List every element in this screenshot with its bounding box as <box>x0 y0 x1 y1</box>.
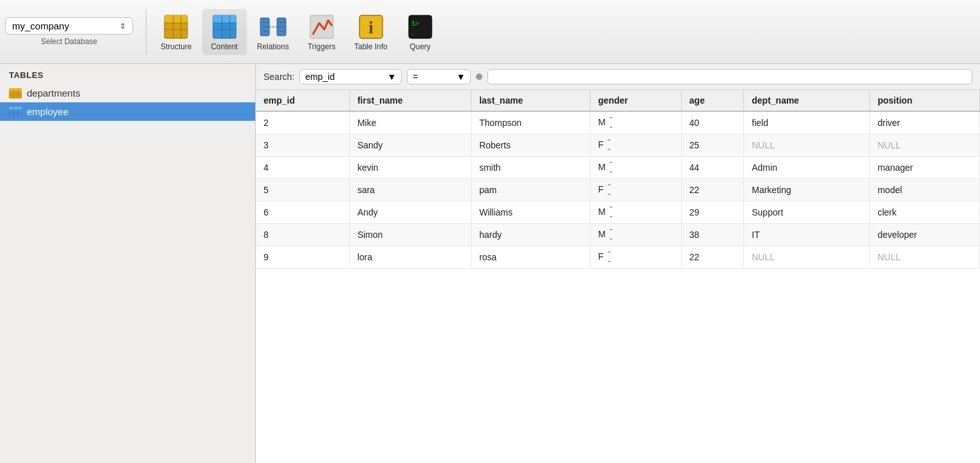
cell-gender[interactable]: F⌃⌄ <box>590 246 682 269</box>
sort-arrows: ⌃⌄ <box>606 184 612 196</box>
cell-first_name[interactable]: kevin <box>349 157 471 179</box>
toolbar-btn-structure[interactable]: Structure <box>153 9 200 55</box>
cell-emp_id[interactable]: 4 <box>256 157 349 179</box>
cell-dept_name[interactable]: NULL <box>744 134 870 157</box>
cell-age[interactable]: 29 <box>681 201 744 224</box>
table-container: emp_id first_name last_name gender age d… <box>256 90 980 463</box>
svg-rect-7 <box>213 15 236 23</box>
svg-text:_: _ <box>411 29 415 35</box>
cell-position[interactable]: driver <box>869 111 979 134</box>
sort-arrows: ⌃⌄ <box>608 161 613 174</box>
structure-icon <box>162 13 190 41</box>
cell-first_name[interactable]: sara <box>349 179 471 201</box>
table-row[interactable]: 8SimonhardyM⌃⌄38ITdeveloper <box>256 224 980 246</box>
cell-age[interactable]: 44 <box>681 157 744 179</box>
cell-emp_id[interactable]: 3 <box>256 134 349 157</box>
cell-age[interactable]: 38 <box>681 224 744 246</box>
col-header-position[interactable]: position <box>869 90 979 111</box>
db-label: Select Database <box>41 37 97 46</box>
search-input[interactable] <box>487 69 972 84</box>
structure-label: Structure <box>161 42 192 51</box>
cell-last_name[interactable]: pam <box>471 179 590 201</box>
cell-last_name[interactable]: Roberts <box>471 134 590 157</box>
cell-gender[interactable]: M⌃⌄ <box>590 111 682 134</box>
cell-gender[interactable]: M⌃⌄ <box>590 201 682 224</box>
col-header-gender[interactable]: gender <box>590 90 682 111</box>
col-header-first_name[interactable]: first_name <box>349 90 471 111</box>
cell-dept_name[interactable]: Support <box>744 201 870 224</box>
cell-emp_id[interactable]: 5 <box>256 179 349 201</box>
table-row[interactable]: 6AndyWilliamsM⌃⌄29Supportclerk <box>256 201 980 224</box>
col-header-age[interactable]: age <box>681 90 744 111</box>
cell-first_name[interactable]: Simon <box>349 224 471 246</box>
cell-emp_id[interactable]: 2 <box>256 111 349 134</box>
cell-dept_name[interactable]: field <box>744 111 870 134</box>
sort-arrows: ⌃⌄ <box>606 139 612 152</box>
table-row[interactable]: 9lorarosaF⌃⌄22NULLNULL <box>256 246 980 269</box>
db-dropdown[interactable]: my_company ⇕ <box>5 17 133 35</box>
col-header-last_name[interactable]: last_name <box>471 90 590 111</box>
search-operator-value: = <box>413 72 418 82</box>
sidebar-item-departments[interactable]: departments <box>0 84 255 102</box>
table-row[interactable]: 5sarapamF⌃⌄22Marketingmodel <box>256 179 980 201</box>
table-row[interactable]: 4kevinsmithM⌃⌄44Adminmanager <box>256 157 980 179</box>
cell-age[interactable]: 40 <box>681 111 744 134</box>
cell-position[interactable]: developer <box>869 224 979 246</box>
cell-last_name[interactable]: rosa <box>471 246 590 269</box>
sidebar-item-employee[interactable]: employee <box>0 102 255 121</box>
cell-first_name[interactable]: Sandy <box>349 134 471 157</box>
cell-dept_name[interactable]: IT <box>744 224 870 246</box>
cell-gender[interactable]: M⌃⌄ <box>590 224 682 246</box>
svg-rect-24 <box>409 15 432 38</box>
svg-rect-34 <box>9 107 22 110</box>
cell-last_name[interactable]: smith <box>471 157 590 179</box>
cell-age[interactable]: 22 <box>681 246 744 269</box>
cell-age[interactable]: 25 <box>681 134 744 157</box>
sort-arrows: ⌃⌄ <box>608 116 613 129</box>
right-panel: Search: emp_id ▼ = ▼ emp_id first_name l… <box>256 64 980 463</box>
cell-position[interactable]: clerk <box>869 201 979 224</box>
query-icon: $> _ <box>406 13 434 41</box>
col-header-emp_id[interactable]: emp_id <box>256 90 349 111</box>
data-table: emp_id first_name last_name gender age d… <box>256 90 980 269</box>
search-field-value: emp_id <box>305 72 335 82</box>
toolbar-btn-query[interactable]: $> _ Query <box>398 9 443 55</box>
departments-label: departments <box>27 88 80 98</box>
cell-position[interactable]: manager <box>869 157 979 179</box>
cell-gender[interactable]: M⌃⌄ <box>590 157 682 179</box>
cell-last_name[interactable]: Williams <box>471 201 590 224</box>
cell-position[interactable]: NULL <box>869 134 979 157</box>
search-bar: Search: emp_id ▼ = ▼ <box>256 64 980 90</box>
cell-gender[interactable]: F⌃⌄ <box>590 179 682 201</box>
db-dropdown-arrow: ⇕ <box>120 22 126 31</box>
cell-last_name[interactable]: hardy <box>471 224 590 246</box>
search-field-dropdown[interactable]: emp_id ▼ <box>299 69 402 84</box>
col-header-dept_name[interactable]: dept_name <box>744 90 870 111</box>
toolbar-btn-triggers[interactable]: Triggers <box>299 9 344 55</box>
table-row[interactable]: 2MikeThompsonM⌃⌄40fielddriver <box>256 111 980 134</box>
cell-dept_name[interactable]: NULL <box>744 246 870 269</box>
cell-emp_id[interactable]: 6 <box>256 201 349 224</box>
toolbar-btn-relations[interactable]: Relations <box>249 9 297 55</box>
cell-emp_id[interactable]: 9 <box>256 246 349 269</box>
triggers-icon <box>308 13 336 41</box>
cell-first_name[interactable]: Mike <box>349 111 471 134</box>
cell-gender[interactable]: F⌃⌄ <box>590 134 682 157</box>
cell-last_name[interactable]: Thompson <box>471 111 590 134</box>
content-label: Content <box>211 42 238 51</box>
cell-emp_id[interactable]: 8 <box>256 224 349 246</box>
toolbar-btn-tableinfo[interactable]: i Table Info <box>347 9 395 55</box>
search-operator-dropdown[interactable]: = ▼ <box>407 69 471 84</box>
employee-table-icon <box>9 107 22 117</box>
cell-dept_name[interactable]: Admin <box>744 157 870 179</box>
table-body: 2MikeThompsonM⌃⌄40fielddriver3SandyRober… <box>256 111 980 269</box>
search-mode-indicator <box>476 74 482 80</box>
cell-first_name[interactable]: lora <box>349 246 471 269</box>
cell-first_name[interactable]: Andy <box>349 201 471 224</box>
cell-age[interactable]: 22 <box>681 179 744 201</box>
toolbar-btn-content[interactable]: Content <box>202 9 247 55</box>
table-row[interactable]: 3SandyRobertsF⌃⌄25NULLNULL <box>256 134 980 157</box>
cell-dept_name[interactable]: Marketing <box>744 179 870 201</box>
cell-position[interactable]: model <box>869 179 979 201</box>
cell-position[interactable]: NULL <box>869 246 979 269</box>
